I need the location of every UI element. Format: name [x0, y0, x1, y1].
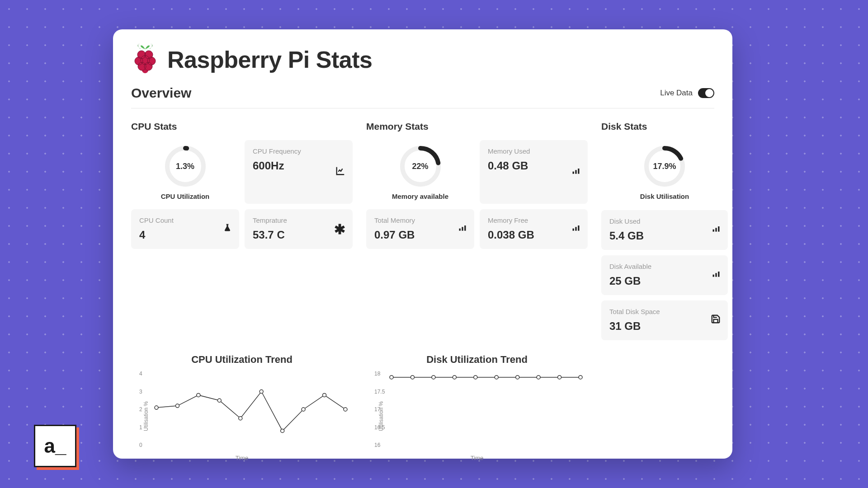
cpu-trend-ylabel: Utilisation %	[143, 401, 149, 431]
svg-point-48	[432, 375, 435, 379]
cpu-temp-card: Temprature 53.7 C ✱	[245, 209, 353, 249]
memory-free-label: Memory Free	[488, 216, 580, 224]
disk-available-label: Disk Available	[609, 263, 720, 270]
cpu-temp-label: Temprature	[253, 216, 344, 224]
svg-point-42	[281, 429, 284, 432]
live-data-toggle[interactable]	[698, 88, 714, 98]
save-icon	[711, 314, 721, 327]
memory-total-value: 0.97 GB	[374, 229, 466, 241]
disk-used-label: Disk Used	[609, 217, 720, 225]
svg-point-54	[558, 375, 561, 379]
cpu-stats-section: CPU Stats 1.3% CPU Utilization CPU Frequ…	[131, 121, 353, 346]
disk-trend-chart: Disk Utilization Trend Utilisation % Tim…	[366, 354, 588, 461]
disk-trend-xlabel: Time	[471, 455, 483, 461]
memory-free-card: Memory Free 0.038 GB	[480, 209, 588, 249]
svg-rect-23	[462, 227, 463, 230]
cpu-trend-xlabel: Time	[236, 455, 248, 461]
cpu-util-pct: 1.3%	[163, 144, 208, 189]
svg-point-46	[390, 375, 393, 379]
svg-point-52	[516, 375, 519, 379]
disk-util-gauge: 17.9% Disk Utilisation	[601, 140, 728, 204]
svg-point-53	[537, 375, 540, 379]
memory-used-label: Memory Used	[488, 147, 580, 155]
memory-stats-title: Memory Stats	[366, 121, 588, 132]
svg-rect-27	[578, 225, 579, 231]
memory-avail-gauge: 22% Memory available	[366, 140, 474, 204]
memory-total-label: Total Memory	[374, 216, 466, 224]
cpu-count-value: 4	[139, 229, 231, 241]
memory-avail-label: Memory available	[392, 192, 448, 200]
memory-used-value: 0.48 GB	[488, 160, 580, 172]
svg-rect-32	[718, 226, 719, 232]
disk-total-card: Total Disk Space 31 GB	[601, 300, 728, 340]
disk-used-card: Disk Used 5.4 GB	[601, 210, 728, 250]
disk-available-value: 25 GB	[609, 275, 720, 287]
appsmith-logo-text: a_	[34, 425, 76, 467]
memory-used-card: Memory Used 0.48 GB	[480, 140, 588, 204]
cpu-frequency-card: CPU Frequency 600Hz	[245, 140, 353, 204]
memory-stats-section: Memory Stats 22% Memory available Memory…	[366, 121, 588, 346]
svg-point-40	[239, 417, 242, 420]
svg-point-7	[142, 67, 148, 73]
bars-icon	[458, 223, 467, 235]
raspberry-pi-icon	[131, 43, 159, 76]
dashboard-card: Raspberry Pi Stats Overview Live Data CP…	[113, 29, 732, 459]
svg-point-44	[323, 393, 326, 397]
header: Raspberry Pi Stats	[131, 43, 714, 76]
memory-total-card: Total Memory 0.97 GB	[366, 209, 474, 249]
svg-rect-30	[713, 230, 714, 232]
cpu-count-card: CPU Count 4	[131, 209, 239, 249]
svg-point-51	[495, 375, 498, 379]
svg-point-43	[302, 408, 305, 411]
overview-title: Overview	[131, 85, 191, 101]
svg-rect-22	[459, 229, 461, 231]
disk-stats-title: Disk Stats	[601, 121, 728, 132]
svg-point-38	[197, 393, 200, 397]
bars-icon	[712, 224, 721, 236]
svg-rect-34	[715, 273, 717, 277]
svg-rect-19	[573, 171, 574, 174]
disk-total-value: 31 GB	[609, 320, 720, 333]
svg-point-55	[579, 375, 582, 379]
cpu-stats-title: CPU Stats	[131, 121, 353, 132]
svg-rect-20	[575, 170, 576, 174]
svg-rect-35	[718, 272, 719, 277]
svg-rect-21	[578, 169, 579, 174]
svg-point-47	[410, 375, 414, 379]
cpu-util-gauge: 1.3% CPU Utilization	[131, 140, 239, 204]
svg-rect-33	[713, 275, 714, 277]
chart-line-icon	[335, 166, 345, 178]
disk-stats-section: Disk Stats 17.9% Disk Utilisation Disk U…	[601, 121, 728, 346]
svg-rect-31	[715, 228, 717, 231]
asterisk-icon: ✱	[334, 221, 345, 237]
svg-point-49	[453, 375, 456, 379]
svg-point-41	[259, 390, 263, 394]
disk-util-label: Disk Utilisation	[640, 192, 689, 200]
flask-icon	[223, 223, 232, 235]
overview-row: Overview Live Data	[131, 85, 714, 108]
cpu-count-label: CPU Count	[139, 216, 231, 224]
disk-used-value: 5.4 GB	[609, 230, 720, 242]
disk-available-card: Disk Available 25 GB	[601, 255, 728, 295]
cpu-frequency-label: CPU Frequency	[253, 147, 344, 155]
svg-rect-26	[575, 227, 576, 230]
svg-point-45	[344, 408, 347, 411]
disk-trend-title: Disk Utilization Trend	[366, 354, 588, 366]
bars-icon	[571, 223, 580, 235]
cpu-temp-value: 53.7 C	[253, 229, 344, 241]
svg-point-39	[217, 399, 221, 402]
svg-point-50	[474, 375, 477, 379]
svg-point-37	[175, 404, 179, 408]
cpu-trend-chart: CPU Utilization Trend Utilisation % Time…	[131, 354, 353, 461]
bars-icon	[712, 269, 721, 281]
svg-rect-25	[573, 229, 574, 231]
live-data-control: Live Data	[660, 88, 714, 98]
cpu-frequency-value: 600Hz	[253, 160, 344, 172]
memory-avail-pct: 22%	[398, 144, 443, 189]
disk-util-pct: 17.9%	[642, 144, 687, 189]
bars-icon	[571, 166, 580, 178]
cpu-trend-title: CPU Utilization Trend	[131, 354, 353, 366]
svg-rect-24	[464, 225, 466, 231]
svg-point-36	[155, 406, 158, 409]
memory-free-value: 0.038 GB	[488, 229, 580, 241]
